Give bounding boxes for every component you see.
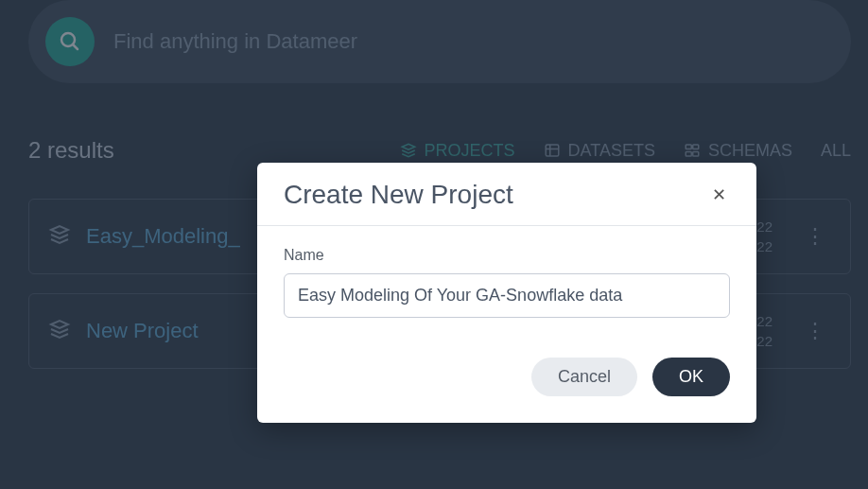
- project-name-input[interactable]: [284, 273, 730, 318]
- cancel-button[interactable]: Cancel: [531, 358, 637, 396]
- name-label: Name: [284, 247, 730, 264]
- modal-footer: Cancel OK: [257, 329, 756, 400]
- modal-body: Name: [257, 226, 756, 329]
- ok-button[interactable]: OK: [652, 358, 730, 396]
- modal-title: Create New Project: [284, 180, 513, 210]
- create-project-modal: Create New Project ✕ Name Cancel OK: [257, 163, 756, 423]
- modal-header: Create New Project ✕: [257, 163, 756, 226]
- close-icon[interactable]: ✕: [708, 183, 730, 207]
